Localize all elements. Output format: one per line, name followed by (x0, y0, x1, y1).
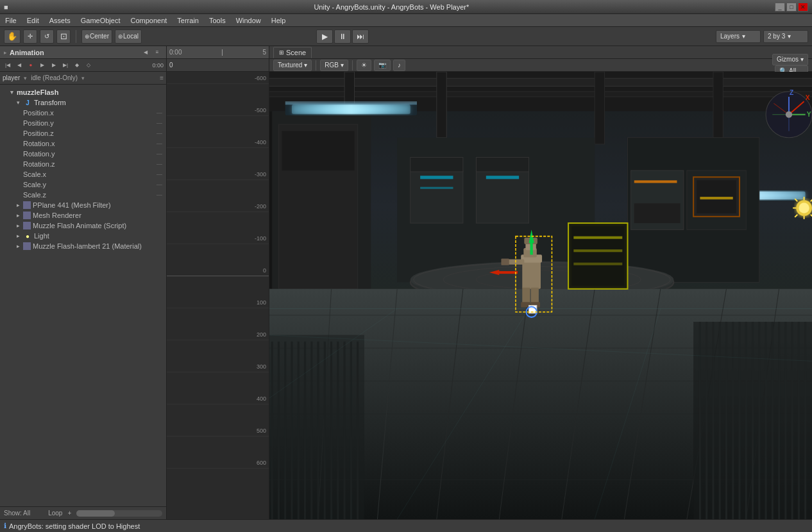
time-display: 0:00 (152, 62, 164, 69)
hierarchy-material[interactable]: ▸ Muzzle Flash-lambert 21 (Material) (0, 241, 166, 251)
svg-rect-110 (573, 263, 622, 265)
play-button[interactable]: ▶ (316, 29, 333, 44)
menu-component[interactable]: Component (128, 15, 169, 26)
play-anim-btn[interactable]: ▶ (37, 60, 47, 71)
hierarchy-transform[interactable]: ▾ J Transform (0, 97, 166, 108)
menu-terrain[interactable]: Terrain (174, 15, 201, 26)
anim-menu-btn[interactable]: ≡ (152, 47, 162, 58)
scene-panel: ⊞ Scene Textured ▾ RGB ▾ ☀ 📷 ♪ (269, 46, 812, 519)
menu-window[interactable]: Window (233, 15, 264, 26)
hand-tool[interactable]: ✋ (4, 29, 21, 44)
timeline-end: 5 (262, 49, 266, 56)
timeline-scrollbar[interactable] (76, 510, 162, 517)
next-keyframe-btn[interactable]: ▶| (60, 60, 71, 71)
keyframe-indicator: — (156, 181, 162, 188)
sun-btn[interactable]: ☀ (357, 60, 371, 71)
record-btn[interactable]: ● (26, 60, 36, 71)
hierarchy-pos-z[interactable]: Position.z — (0, 128, 166, 138)
item-label: Scale.z (23, 191, 46, 199)
collapse-icon[interactable]: ▸ (4, 49, 7, 56)
svg-rect-15 (285, 101, 417, 104)
svg-point-127 (786, 112, 792, 118)
scene-tab[interactable]: ⊞ Scene (273, 47, 312, 58)
menu-edit[interactable]: Edit (24, 15, 42, 26)
hierarchy-rot-y[interactable]: Rotation.y — (0, 149, 166, 159)
pause-button[interactable]: ⏸ (334, 29, 351, 44)
keyframe-indicator: — (156, 140, 162, 147)
add-btn[interactable]: + (67, 510, 71, 517)
add-keyframe-btn[interactable]: ◆ (72, 60, 82, 71)
keyframe-indicator: — (156, 161, 162, 167)
gizmos-dropdown[interactable]: Gizmos ▾ (772, 54, 808, 65)
item-label: Rotation.z (23, 160, 55, 168)
scene-view[interactable]: X Y Z (269, 72, 812, 519)
svg-rect-7 (595, 72, 604, 144)
anim-expand-btn[interactable]: ◀ (140, 47, 151, 58)
render-mode-dropdown[interactable]: Textured ▾ (273, 60, 312, 71)
menu-help[interactable]: Help (269, 15, 289, 26)
hierarchy-rot-x[interactable]: Rotation.x — (0, 138, 166, 149)
menu-tools[interactable]: Tools (207, 15, 228, 26)
scale-tool[interactable]: ⊡ (56, 29, 71, 44)
gizmos-arrow: ▾ (800, 56, 804, 63)
prev-keyframe-btn[interactable]: |◀ (3, 60, 13, 71)
hierarchy-muzzle-script[interactable]: ▸ Muzzle Flash Animate (Script) (0, 220, 166, 231)
minimize-button[interactable]: _ (775, 3, 785, 12)
hierarchy-muzzleflash[interactable]: ▾ muzzleFlash (0, 87, 166, 97)
separator2 (352, 60, 353, 71)
menu-gameobject[interactable]: GameObject (78, 15, 123, 26)
hierarchy-mesh-renderer[interactable]: ▸ Mesh Renderer (0, 210, 166, 220)
hierarchy-scale-z[interactable]: Scale.z — (0, 190, 166, 200)
layers-dropdown[interactable]: Layers ▾ (716, 30, 761, 43)
prev-frame-btn[interactable]: ◀ (14, 60, 24, 71)
hierarchy-pplane[interactable]: ▸ PPlane 441 (Mesh Filter) (0, 200, 166, 210)
label-100: 100 (257, 299, 266, 306)
coord-icon: ⊚ (118, 33, 123, 40)
expand-icon: ▾ (17, 99, 23, 106)
hierarchy-pos-x[interactable]: Position.x — (0, 108, 166, 118)
menu-assets[interactable]: Assets (47, 15, 73, 26)
hierarchy-scale-x[interactable]: Scale.x — (0, 169, 166, 179)
item-label: Mesh Renderer (33, 212, 81, 219)
step-button[interactable]: ⏭ (352, 29, 369, 44)
move-tool[interactable]: ✛ (23, 29, 37, 44)
scroll-thumb[interactable] (76, 510, 115, 517)
hierarchy-pos-y[interactable]: Position.y — (0, 118, 166, 128)
add-event-btn[interactable]: ◇ (83, 60, 94, 71)
audio-btn[interactable]: ♪ (393, 60, 405, 71)
clip-arrow: ▾ (81, 75, 85, 81)
script-icon (23, 222, 31, 229)
item-label: Rotation.x (23, 140, 55, 147)
rotate-tool[interactable]: ↺ (40, 29, 54, 44)
coord-dropdown[interactable]: ⊚ Local (115, 29, 142, 44)
timeline-header: 0:00 | 5 (167, 46, 269, 59)
hierarchy-panel[interactable]: ▾ muzzleFlash ▾ J Transform Position.x —… (0, 85, 166, 506)
animation-title: Animation (10, 49, 44, 56)
window-controls[interactable]: _ □ ✕ (775, 3, 808, 12)
keyframe-indicator: — (156, 171, 162, 178)
transform-icon: J (23, 98, 32, 107)
menu-file[interactable]: File (3, 15, 19, 26)
animation-bottom-controls: Show: All Loop + (0, 506, 166, 519)
keyframe-indicator: — (156, 130, 162, 137)
close-button[interactable]: ✕ (798, 3, 808, 12)
layout-dropdown[interactable]: 2 by 3 ▾ (763, 30, 808, 43)
hierarchy-scale-y[interactable]: Scale.y — (0, 179, 166, 190)
loop-label: Loop (48, 510, 62, 517)
camera-btn[interactable]: 📷 (374, 60, 391, 71)
hierarchy-light[interactable]: ▸ ● Light (0, 231, 166, 241)
player-bar: player ▾ idle (Read-Only) ▾ ≡ (0, 72, 166, 85)
line-n100 (167, 244, 269, 244)
scene-tab-icon: ⊞ (279, 49, 284, 56)
color-mode-dropdown[interactable]: RGB ▾ (320, 60, 348, 71)
main-content: ▸ Animation ◀ ≡ |◀ ◀ ● ▶ ▶ ▶| ◆ ◇ 0:00 (0, 46, 812, 519)
next-frame-btn[interactable]: ▶ (49, 60, 59, 71)
svg-rect-14 (292, 104, 410, 113)
timeline-canvas[interactable]: -600 -500 -400 -300 -200 -100 0 100 200 … (167, 72, 269, 519)
hierarchy-rot-z[interactable]: Rotation.z — (0, 159, 166, 169)
expand-icon: ▸ (17, 233, 23, 239)
layers-label: Layers (720, 33, 740, 40)
pivot-dropdown[interactable]: ⊕ Center (81, 29, 112, 44)
maximize-button[interactable]: □ (786, 3, 797, 12)
render-mode-label: Textured (278, 62, 302, 69)
